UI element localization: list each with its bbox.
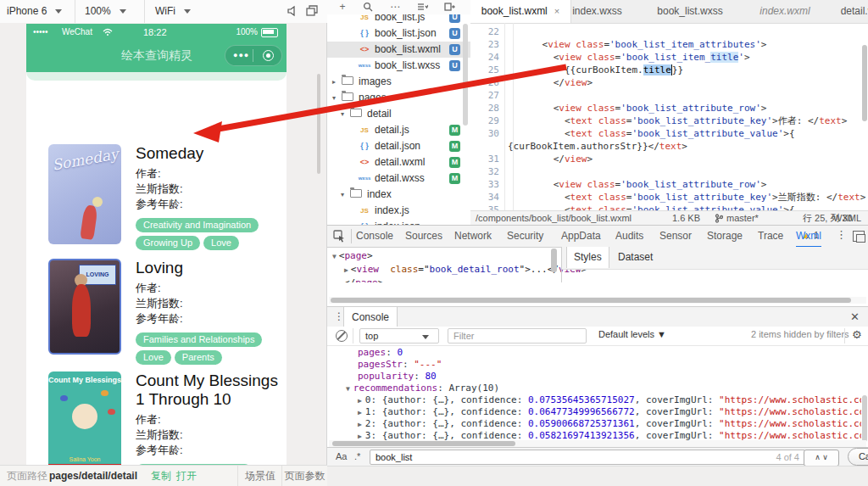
debugger-tab-appdata[interactable]: AppData — [561, 226, 601, 246]
context-select[interactable]: top — [359, 328, 439, 344]
tree-item-images[interactable]: ▸images — [327, 74, 470, 90]
debugger-tab-wxml[interactable]: Wxml — [796, 226, 821, 248]
editor-tab-index-wxml[interactable]: index.wxml — [743, 0, 827, 23]
tree-item-detail-wxml[interactable]: <>detail.wxmlM — [327, 154, 470, 170]
git-status-badge: U — [449, 60, 460, 71]
file-tree-scrollbar[interactable] — [463, 24, 468, 126]
tree-item-index-json[interactable]: { }index.json — [327, 219, 470, 225]
book-tag: Creativity and Imagination — [136, 218, 259, 232]
debugger-tab-audits[interactable]: Audits — [615, 226, 643, 246]
book-tag: Love — [203, 236, 239, 250]
tree-item-index[interactable]: ▾index — [327, 187, 470, 203]
zoom-select[interactable]: 100% — [85, 0, 126, 23]
elements-scrollbar[interactable] — [551, 249, 557, 272]
cancel-button[interactable]: Cancel — [848, 448, 868, 466]
debugger-tab-sources[interactable]: Sources — [405, 226, 442, 246]
debugger-tab-network[interactable]: Network — [454, 226, 492, 246]
sort-icon[interactable] — [415, 2, 429, 13]
mini-program-title: 绘本查询精灵 — [64, 48, 250, 64]
tree-item-book_list-json[interactable]: { }book_list.jsonU — [327, 25, 470, 42]
git-branch[interactable]: master* — [726, 211, 759, 225]
tree-item-detail[interactable]: ▾detail — [327, 106, 470, 122]
editor-scrollbar[interactable] — [862, 45, 867, 121]
scene-value-tab[interactable]: 场景值 — [237, 466, 282, 486]
tree-item-detail-js[interactable]: JSdetail.jsM — [327, 122, 470, 138]
open-path-link[interactable]: 打开 — [176, 466, 197, 486]
expand-icon[interactable]: ▶ — [358, 421, 362, 428]
debugger-tab-trace[interactable]: Trace — [758, 226, 783, 246]
git-status-badge: U — [449, 44, 460, 55]
debugger-tab-storage[interactable]: Storage — [707, 226, 743, 246]
editor-tab-book_list-wxss[interactable]: book_list.wxss — [643, 0, 737, 23]
dock-side-icon[interactable] — [853, 231, 865, 242]
expand-icon[interactable]: ▶ — [358, 433, 362, 440]
book-title: Someday — [136, 144, 281, 163]
console-settings-icon[interactable]: ⚙ — [852, 328, 862, 341]
collapse-all-icon[interactable] — [442, 2, 456, 13]
tab-console-drawer[interactable]: Console — [343, 307, 398, 327]
console-scrollbar[interactable] — [862, 395, 867, 442]
elements-hscrollbar[interactable] — [329, 297, 866, 304]
copy-path-link[interactable]: 复制 — [151, 466, 171, 486]
console-hscrollbar[interactable] — [329, 440, 866, 447]
simulator-scrollbar[interactable] — [317, 74, 320, 174]
console-row: popularity: 80 — [358, 371, 437, 383]
close-drawer-icon[interactable]: ✕ — [850, 310, 860, 323]
debugger-tab-console[interactable]: Console — [356, 226, 393, 246]
simulator-panel: ••••• WeChat 18:22 100% 绘本查询精灵 ●●● — [0, 23, 327, 465]
wxml-file-icon: <> — [358, 44, 371, 55]
js-file-icon: JS — [358, 205, 371, 216]
device-select[interactable]: iPhone 6 — [7, 0, 62, 23]
tab-styles[interactable]: Styles — [566, 247, 609, 268]
tree-item-book_list-wxml[interactable]: <>book_list.wxmlU — [327, 42, 470, 58]
exit-target-icon[interactable] — [263, 50, 274, 61]
book-info: Count My Blessings 1 Through 10作者:兰斯指数:参… — [136, 371, 281, 465]
book-attribute-label: 兰斯指数: — [136, 427, 281, 443]
more-options-icon[interactable]: ⋮ — [836, 228, 847, 241]
element-node[interactable]: </page> — [344, 277, 383, 282]
language-mode[interactable]: WXML — [833, 211, 861, 225]
filter-input[interactable]: Filter — [448, 328, 587, 344]
inspect-element-icon[interactable] — [333, 230, 347, 243]
search-icon[interactable] — [361, 2, 375, 13]
match-case-icon[interactable]: Aa — [336, 451, 347, 461]
add-file-icon[interactable]: + — [336, 2, 349, 13]
json-file-icon: { } — [358, 28, 371, 39]
find-input[interactable]: book_list4 of 4 — [370, 450, 805, 465]
js-file-icon: JS — [358, 14, 371, 23]
tree-item-index-js[interactable]: JSindex.js — [327, 203, 470, 219]
debugger-tab-sensor[interactable]: Sensor — [659, 226, 692, 246]
tab-dataset[interactable]: Dataset — [611, 247, 659, 268]
hidden-items-note: 2 items hidden by filters — [751, 329, 849, 339]
page-params-tab[interactable]: 页面参数 — [281, 466, 327, 486]
expand-arrow-icon: ▸ — [332, 74, 336, 90]
book-tags: Creativity and ImaginationGrowing UpLove — [136, 218, 281, 250]
expand-icon[interactable]: ▼ — [346, 385, 350, 393]
tree-item-detail-json[interactable]: { }detail.jsonM — [327, 138, 470, 154]
more-icon[interactable]: ⋯ — [388, 2, 402, 13]
more-dots-icon[interactable]: ●●● — [233, 53, 249, 58]
code-line: 32 — [470, 165, 868, 178]
expand-icon[interactable]: ▶ — [358, 409, 362, 416]
regex-icon[interactable]: .* — [354, 451, 360, 461]
float-window-icon[interactable] — [305, 4, 320, 20]
editor-tab-index-wxss[interactable]: index.wxss — [553, 0, 642, 23]
clear-console-icon[interactable] — [336, 330, 348, 342]
code-editor: book_list.wxml×index.wxssbook_list.wxssi… — [470, 0, 868, 225]
styles-panel-tabs: Styles Dataset — [562, 247, 868, 270]
network-select[interactable]: WiFi — [155, 0, 191, 23]
tree-item-book_list-wxss[interactable]: wxssbook_list.wxssU — [327, 58, 470, 74]
speaker-icon[interactable] — [286, 4, 301, 20]
code-area[interactable]: 2223 <view class='book_list_item_attribu… — [470, 23, 868, 210]
find-prev-next-buttons[interactable]: ∧ ∨ — [804, 450, 839, 466]
log-levels-select[interactable]: Default levels ▼ — [598, 329, 666, 339]
debugger-tab-security[interactable]: Security — [507, 226, 543, 246]
tree-item-pages[interactable]: ▾pages — [327, 90, 470, 106]
tree-item-detail-wxss[interactable]: wxssdetail.wxssM — [327, 170, 470, 187]
expand-icon[interactable]: ▶ — [358, 397, 362, 405]
element-node[interactable]: ▼<page> — [332, 249, 373, 263]
tree-item-book_list-js[interactable]: JSbook_list.jsU — [327, 14, 470, 25]
editor-tab-detail-w[interactable]: detail.w — [832, 0, 868, 23]
git-status-badge: U — [449, 14, 460, 23]
capsule-menu[interactable]: ●●● — [225, 45, 282, 66]
